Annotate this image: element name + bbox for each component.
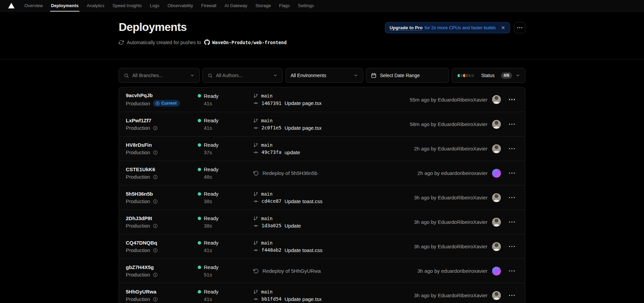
upgrade-banner-link[interactable]: Upgrade to Pro [389,25,423,30]
deployment-row[interactable]: HV8rDsFin Production Ready 37s [119,136,525,161]
branch-name[interactable]: main [261,142,273,148]
deployment-environment: Production [126,272,150,278]
tab-logs[interactable]: Logs [146,0,163,11]
commit-hash[interactable]: 1d3a025 [261,223,281,228]
tab-observability[interactable]: Observability [163,0,197,11]
tab-ai-gateway[interactable]: AI Gateway [220,0,251,11]
environments-filter-select[interactable]: All Environments [286,68,363,83]
author-avatar [492,193,501,202]
deployment-row[interactable]: 9acvhPqJb Production Current Ready 41s [119,87,525,112]
tab-settings[interactable]: Settings [294,0,318,11]
commit-hash[interactable]: bb1fd54 [261,296,281,302]
deployment-row[interactable]: 5HhGyURwa Production Ready 41s [119,283,525,303]
deployment-row[interactable]: LxPwf1Zf7 Production Ready 41s [119,112,525,136]
deployment-id[interactable]: HV8rDsFin [126,142,198,148]
row-overflow-menu-button[interactable] [506,218,519,226]
branch-name[interactable]: main [261,93,273,99]
row-overflow-menu-button[interactable] [506,243,519,251]
status-dot [198,266,201,269]
info-icon[interactable] [153,199,158,204]
authors-filter-input[interactable]: All Authors... [202,68,283,83]
row-overflow-menu-button[interactable] [506,120,519,128]
repo-link[interactable]: WaveOn-Produto/web-frontend [204,39,287,45]
branches-filter-input[interactable]: All Branches... [119,68,200,83]
commit-message[interactable]: Update page.tsx [285,296,321,302]
tab-speed-insights[interactable]: Speed Insights [109,0,146,11]
deployment-status: Ready [204,191,218,197]
info-icon[interactable] [153,272,158,277]
tab-storage[interactable]: Storage [251,0,275,11]
deployment-meta: 55m ago by EduardoRibeiroXavier [410,97,487,103]
commit-message[interactable]: Update [285,223,301,229]
commit-hash[interactable]: 49c73fa [261,149,281,155]
deployment-row[interactable]: CQ47DNQBq Production Ready 41s [119,234,525,259]
page-header: Deployments Upgrade to Pro for 2x more C… [0,12,644,59]
commit-message[interactable]: update [285,149,300,155]
deployment-id[interactable]: 5HhGyURwa [126,289,198,295]
current-badge: Current [153,100,180,107]
deployment-id[interactable]: 5h5H36n5b [126,191,198,197]
row-overflow-menu-button[interactable] [506,194,519,202]
info-icon[interactable] [153,224,158,228]
branch-name[interactable]: main [261,240,273,246]
deployment-row[interactable]: 5h5H36n5b Production Ready 38s [119,185,525,210]
deployment-id[interactable]: gbZ7H4X5g [126,264,198,270]
tab-deployments[interactable]: Deployments [47,0,83,11]
branch-name[interactable]: main [261,216,273,221]
git-branch-icon [253,240,258,245]
upgrade-to-pro-banner[interactable]: Upgrade to Pro for 2x more CPUs and fast… [385,22,510,33]
info-icon[interactable] [153,175,158,179]
ellipsis-icon [509,99,510,100]
status-filter-select[interactable]: Status 4/6 [452,68,525,83]
info-icon[interactable] [153,297,158,302]
deployment-status: Ready [204,142,218,148]
branch-block: main 1d3a025 Update [253,216,414,229]
row-overflow-menu-button[interactable] [506,95,519,104]
tab-overview[interactable]: Overview [20,0,47,11]
info-icon[interactable] [153,126,158,130]
deployment-environment: Production [126,296,150,302]
tab-analytics[interactable]: Analytics [83,0,109,11]
git-branch-icon [253,143,258,147]
info-icon[interactable] [153,150,158,155]
deployment-status: Ready [204,240,218,246]
row-overflow-menu-button[interactable] [506,291,519,300]
ellipsis-icon [509,197,510,198]
deployment-id[interactable]: LxPwf1Zf7 [126,118,198,123]
info-icon[interactable] [153,248,158,253]
deployment-id[interactable]: CQ47DNQBq [126,240,198,246]
deployment-id[interactable]: CSTE1UkK6 [126,166,198,172]
commit-hash[interactable]: cd4ce87 [261,198,281,204]
ellipsis-icon [509,221,510,223]
vercel-logo-icon[interactable] [5,0,17,11]
header-overflow-menu-button[interactable] [514,22,525,33]
branch-name[interactable]: main [261,191,273,197]
repo-name[interactable]: WaveOn-Produto/web-frontend [212,40,287,45]
deployment-row[interactable]: 2DhJ3dP8t Production Ready 38s [119,210,525,234]
commit-hash[interactable]: 2c0f1e5 [261,125,281,130]
commit-hash[interactable]: f448ab2 [261,247,281,253]
deployment-row[interactable]: CSTE1UkK6 Production Ready 48s R [119,161,525,185]
branch-name[interactable]: main [261,289,273,295]
ellipsis-icon [517,27,518,28]
commit-message[interactable]: Update page.tsx [285,100,321,106]
arrow-up-circle-icon [155,101,160,106]
deployment-id[interactable]: 2DhJ3dP8t [126,215,198,221]
branch-name[interactable]: main [261,118,273,123]
commit-message[interactable]: Update toast.css [285,198,323,204]
commit-message[interactable]: Update toast.css [285,247,323,253]
git-commit-icon [253,125,258,130]
row-overflow-menu-button[interactable] [506,169,519,177]
commit-message[interactable]: Update page.tsx [285,125,321,131]
deployment-id[interactable]: 9acvhPqJb [126,92,198,98]
tab-firewall[interactable]: Firewall [197,0,220,11]
row-overflow-menu-button[interactable] [506,145,519,153]
deployment-row[interactable]: gbZ7H4X5g Production Ready 51s R [119,259,525,283]
banner-close-icon[interactable] [501,25,506,30]
row-overflow-menu-button[interactable] [506,267,519,275]
date-range-filter[interactable]: Select Date Range [366,68,449,83]
upgrade-banner-text: for 2x more CPUs and faster builds [425,25,496,30]
tab-flags[interactable]: Flags [275,0,294,11]
author-avatar [492,267,501,275]
commit-hash[interactable]: 1467391 [261,101,281,106]
